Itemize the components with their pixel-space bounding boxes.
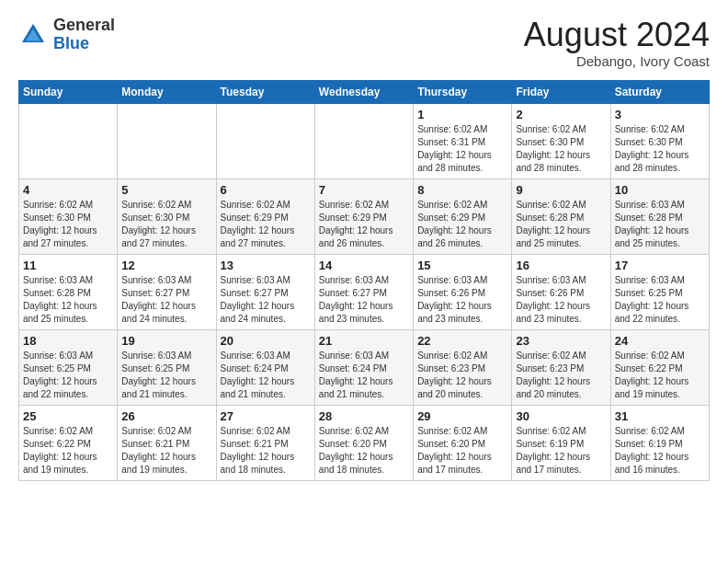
location-title: Debango, Ivory Coast (524, 53, 710, 69)
logo-blue: Blue (53, 34, 89, 52)
cell-3-4: 22Sunrise: 6:02 AM Sunset: 6:23 PM Dayli… (414, 329, 512, 405)
logo-general: General (53, 16, 115, 34)
cell-3-5: 23Sunrise: 6:02 AM Sunset: 6:23 PM Dayli… (512, 329, 610, 405)
day-detail-10: Sunrise: 6:03 AM Sunset: 6:28 PM Dayligh… (615, 199, 705, 250)
logo-icon (18, 20, 48, 50)
cell-3-2: 20Sunrise: 6:03 AM Sunset: 6:24 PM Dayli… (216, 329, 314, 405)
day-detail-20: Sunrise: 6:03 AM Sunset: 6:24 PM Dayligh… (221, 350, 311, 401)
day-detail-17: Sunrise: 6:03 AM Sunset: 6:25 PM Dayligh… (615, 274, 705, 326)
day-detail-6: Sunrise: 6:02 AM Sunset: 6:29 PM Dayligh… (221, 199, 311, 250)
logo-text: General Blue (53, 17, 115, 53)
day-detail-13: Sunrise: 6:03 AM Sunset: 6:27 PM Dayligh… (221, 274, 311, 326)
cell-4-4: 29Sunrise: 6:02 AM Sunset: 6:20 PM Dayli… (414, 405, 512, 480)
cell-2-5: 16Sunrise: 6:03 AM Sunset: 6:26 PM Dayli… (512, 254, 610, 329)
day-detail-5: Sunrise: 6:02 AM Sunset: 6:30 PM Dayligh… (121, 199, 211, 250)
cell-0-1 (118, 103, 216, 178)
week-row-0: 1Sunrise: 6:02 AM Sunset: 6:31 PM Daylig… (19, 103, 710, 178)
day-num-3: 3 (615, 108, 705, 121)
day-num-7: 7 (319, 183, 409, 197)
day-num-25: 25 (23, 409, 113, 423)
logo: General Blue (18, 17, 115, 53)
day-detail-22: Sunrise: 6:02 AM Sunset: 6:23 PM Dayligh… (417, 350, 507, 401)
day-num-19: 19 (121, 334, 211, 348)
cell-2-4: 15Sunrise: 6:03 AM Sunset: 6:26 PM Dayli… (414, 254, 512, 329)
day-num-5: 5 (121, 183, 211, 197)
day-detail-24: Sunrise: 6:02 AM Sunset: 6:22 PM Dayligh… (615, 350, 705, 401)
day-num-8: 8 (417, 183, 507, 197)
day-detail-25: Sunrise: 6:02 AM Sunset: 6:22 PM Dayligh… (23, 425, 113, 477)
cell-2-3: 14Sunrise: 6:03 AM Sunset: 6:27 PM Dayli… (314, 254, 413, 329)
col-friday: Friday (512, 80, 610, 103)
day-num-23: 23 (516, 334, 606, 348)
day-detail-1: Sunrise: 6:02 AM Sunset: 6:31 PM Dayligh… (417, 123, 507, 175)
col-thursday: Thursday (414, 80, 512, 103)
day-detail-21: Sunrise: 6:03 AM Sunset: 6:24 PM Dayligh… (319, 350, 409, 401)
cell-4-0: 25Sunrise: 6:02 AM Sunset: 6:22 PM Dayli… (19, 405, 118, 480)
day-num-13: 13 (221, 259, 311, 272)
cell-3-1: 19Sunrise: 6:03 AM Sunset: 6:25 PM Dayli… (118, 329, 216, 405)
day-detail-3: Sunrise: 6:02 AM Sunset: 6:30 PM Dayligh… (615, 123, 705, 175)
day-detail-11: Sunrise: 6:03 AM Sunset: 6:28 PM Dayligh… (23, 274, 113, 326)
day-detail-8: Sunrise: 6:02 AM Sunset: 6:29 PM Dayligh… (417, 199, 507, 250)
day-num-2: 2 (516, 108, 606, 121)
cell-3-3: 21Sunrise: 6:03 AM Sunset: 6:24 PM Dayli… (314, 329, 413, 405)
col-monday: Monday (118, 80, 216, 103)
cell-1-5: 9Sunrise: 6:02 AM Sunset: 6:28 PM Daylig… (512, 178, 610, 254)
cell-1-3: 7Sunrise: 6:02 AM Sunset: 6:29 PM Daylig… (314, 178, 413, 254)
cell-1-0: 4Sunrise: 6:02 AM Sunset: 6:30 PM Daylig… (19, 178, 118, 254)
cell-2-2: 13Sunrise: 6:03 AM Sunset: 6:27 PM Dayli… (216, 254, 314, 329)
cell-0-2 (216, 103, 314, 178)
cell-0-6: 3Sunrise: 6:02 AM Sunset: 6:30 PM Daylig… (610, 103, 709, 178)
calendar-header-row: Sunday Monday Tuesday Wednesday Thursday… (19, 80, 710, 103)
cell-4-3: 28Sunrise: 6:02 AM Sunset: 6:20 PM Dayli… (314, 405, 413, 480)
day-num-27: 27 (221, 409, 311, 423)
header: General Blue August 2024 Debango, Ivory … (18, 17, 710, 69)
day-num-30: 30 (516, 409, 606, 423)
day-num-11: 11 (23, 259, 113, 272)
day-num-10: 10 (615, 183, 705, 197)
cell-3-6: 24Sunrise: 6:02 AM Sunset: 6:22 PM Dayli… (610, 329, 709, 405)
day-detail-27: Sunrise: 6:02 AM Sunset: 6:21 PM Dayligh… (221, 425, 311, 477)
day-num-31: 31 (615, 409, 705, 423)
day-detail-15: Sunrise: 6:03 AM Sunset: 6:26 PM Dayligh… (417, 274, 507, 326)
day-num-6: 6 (221, 183, 311, 197)
week-row-1: 4Sunrise: 6:02 AM Sunset: 6:30 PM Daylig… (19, 178, 710, 254)
day-num-12: 12 (121, 259, 211, 272)
col-tuesday: Tuesday (216, 80, 314, 103)
day-num-4: 4 (23, 183, 113, 197)
day-detail-30: Sunrise: 6:02 AM Sunset: 6:19 PM Dayligh… (516, 425, 606, 477)
day-detail-7: Sunrise: 6:02 AM Sunset: 6:29 PM Dayligh… (319, 199, 409, 250)
day-detail-16: Sunrise: 6:03 AM Sunset: 6:26 PM Dayligh… (516, 274, 606, 326)
day-num-29: 29 (417, 409, 507, 423)
day-num-14: 14 (319, 259, 409, 272)
day-detail-28: Sunrise: 6:02 AM Sunset: 6:20 PM Dayligh… (319, 425, 409, 477)
day-num-24: 24 (615, 334, 705, 348)
col-sunday: Sunday (19, 80, 118, 103)
col-wednesday: Wednesday (314, 80, 413, 103)
day-detail-19: Sunrise: 6:03 AM Sunset: 6:25 PM Dayligh… (121, 350, 211, 401)
cell-4-6: 31Sunrise: 6:02 AM Sunset: 6:19 PM Dayli… (610, 405, 709, 480)
cell-1-6: 10Sunrise: 6:03 AM Sunset: 6:28 PM Dayli… (610, 178, 709, 254)
day-num-16: 16 (516, 259, 606, 272)
day-detail-2: Sunrise: 6:02 AM Sunset: 6:30 PM Dayligh… (516, 123, 606, 175)
day-num-21: 21 (319, 334, 409, 348)
cell-0-3 (314, 103, 413, 178)
day-num-1: 1 (417, 108, 507, 121)
day-num-22: 22 (417, 334, 507, 348)
page: General Blue August 2024 Debango, Ivory … (0, 0, 728, 490)
day-num-28: 28 (319, 409, 409, 423)
title-block: August 2024 Debango, Ivory Coast (524, 17, 710, 69)
week-row-3: 18Sunrise: 6:03 AM Sunset: 6:25 PM Dayli… (19, 329, 710, 405)
month-title: August 2024 (524, 17, 710, 53)
cell-0-4: 1Sunrise: 6:02 AM Sunset: 6:31 PM Daylig… (414, 103, 512, 178)
cell-2-1: 12Sunrise: 6:03 AM Sunset: 6:27 PM Dayli… (118, 254, 216, 329)
calendar-table: Sunday Monday Tuesday Wednesday Thursday… (18, 80, 710, 481)
day-num-18: 18 (23, 334, 113, 348)
cell-1-2: 6Sunrise: 6:02 AM Sunset: 6:29 PM Daylig… (216, 178, 314, 254)
day-num-26: 26 (121, 409, 211, 423)
cell-2-0: 11Sunrise: 6:03 AM Sunset: 6:28 PM Dayli… (19, 254, 118, 329)
cell-1-4: 8Sunrise: 6:02 AM Sunset: 6:29 PM Daylig… (414, 178, 512, 254)
cell-0-0 (19, 103, 118, 178)
day-detail-12: Sunrise: 6:03 AM Sunset: 6:27 PM Dayligh… (121, 274, 211, 326)
week-row-2: 11Sunrise: 6:03 AM Sunset: 6:28 PM Dayli… (19, 254, 710, 329)
